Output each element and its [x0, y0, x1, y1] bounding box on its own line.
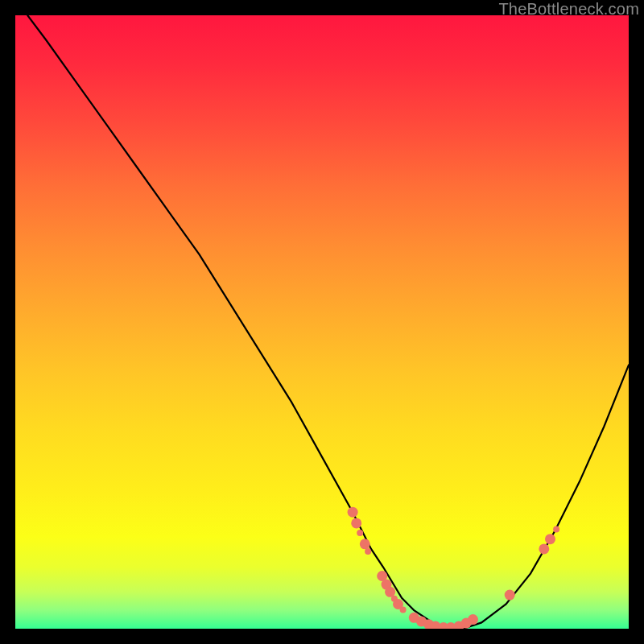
curve-marker [360, 539, 370, 549]
curve-marker [351, 518, 361, 528]
chart-svg [15, 15, 629, 629]
curve-marker [505, 590, 515, 601]
curve-marker [539, 543, 549, 554]
curve-marker [545, 534, 555, 544]
watermark-text: TheBottleneck.com [498, 0, 639, 19]
curve-marker [365, 548, 371, 555]
bottleneck-curve [27, 15, 629, 629]
chart-plot-area [15, 15, 629, 629]
curve-marker [357, 530, 363, 536]
curve-marker [553, 526, 559, 533]
curve-markers [348, 507, 559, 629]
curve-marker [348, 507, 358, 518]
curve-marker [468, 614, 478, 625]
curve-marker [400, 606, 407, 613]
